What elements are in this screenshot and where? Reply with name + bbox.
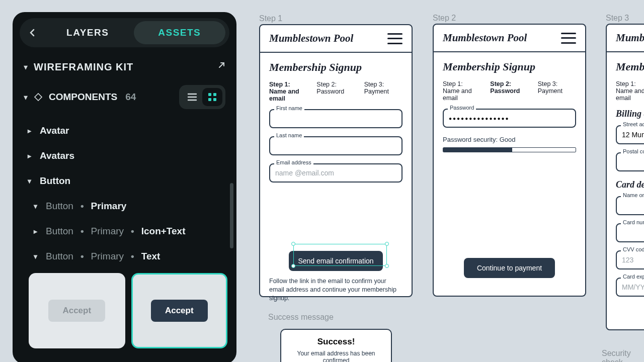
input-street[interactable] <box>616 125 644 144</box>
input-expiry[interactable] <box>616 278 644 297</box>
mock-header: Mumblestown Pool <box>434 25 585 52</box>
tree-item-label: Primary <box>91 251 124 262</box>
tree-item-button[interactable]: ▾ Button <box>22 168 227 194</box>
frame-success[interactable]: Success! Your email address has been con… <box>280 329 392 362</box>
svg-rect-4 <box>213 98 216 101</box>
view-toggle <box>179 85 225 109</box>
menu-icon[interactable] <box>561 33 576 44</box>
kit-title: WIREFRAMING KIT <box>34 61 210 73</box>
tree-item-label: Button <box>40 175 70 187</box>
tree-item-button-text[interactable]: ▾ Button • Primary • Text <box>22 244 227 269</box>
mock-title: Mumblestown Pool <box>269 32 353 45</box>
continue-to-payment-button[interactable]: Continue to payment <box>464 258 555 278</box>
stepper: Step 1: Name and email Step 2: Password … <box>269 81 403 102</box>
variant-grid: Accept Accept <box>13 269 236 348</box>
tree-item-label: Button <box>46 201 73 212</box>
field-password: Password <box>443 109 576 128</box>
svg-rect-1 <box>208 93 211 96</box>
component-icon <box>34 93 43 102</box>
stepper: Step 1: Name and email Step 2: Password … <box>443 80 576 102</box>
password-strength-fill <box>443 148 512 152</box>
stepper-step-2: Step 2: Password <box>490 80 528 102</box>
components-row[interactable]: ▾ COMPONENTS 64 <box>13 78 236 113</box>
frame-label-step1[interactable]: Step 1 <box>259 14 282 23</box>
components-count: 64 <box>125 92 136 103</box>
stepper-step-1: Step 1: Name and email <box>269 81 307 102</box>
components-label: COMPONENTS <box>49 92 117 103</box>
variant-card-disabled[interactable]: Accept <box>29 273 125 348</box>
field-card-number: Card number <box>616 223 644 242</box>
success-body: Your email address has been confirmed <box>289 350 383 362</box>
input-name-on-card[interactable] <box>616 196 644 215</box>
input-password[interactable] <box>443 109 576 128</box>
chevron-down-icon: ▾ <box>24 93 28 102</box>
field-first-name: First name <box>269 109 403 128</box>
mock-title: Mumblestown Pool <box>616 32 644 44</box>
stepper: Step 1: Name and email Step 2: Password … <box>616 80 644 102</box>
chevron-down-icon: ▾ <box>34 252 41 260</box>
frame-label-step3[interactable]: Step 3 <box>606 14 629 23</box>
tree-item-avatar[interactable]: ▸ Avatar <box>22 118 227 143</box>
tab-layers[interactable]: LAYERS <box>42 21 134 44</box>
input-email[interactable] <box>269 163 403 183</box>
field-postal: Postal code <box>616 152 644 171</box>
field-street: Street address <box>616 125 644 144</box>
tab-assets[interactable]: ASSETS <box>134 21 226 44</box>
page-heading: Membership Signup <box>443 60 576 73</box>
tree-item-label: Button <box>46 226 73 237</box>
tree-item-label: Primary <box>91 201 127 212</box>
helper-text: Follow the link in the email to confirm … <box>269 277 403 303</box>
chevron-right-icon: ▸ <box>28 152 35 160</box>
stepper-step-1: Step 1: Name and email <box>616 80 644 102</box>
kit-row[interactable]: ▾ WIREFRAMING KIT <box>13 52 236 78</box>
label-card-number: Card number <box>621 219 644 225</box>
scrollbar[interactable] <box>230 183 233 248</box>
tree-item-label: Icon+Text <box>141 226 186 237</box>
variant-button-primary: Accept <box>151 300 208 322</box>
tree-item-label: Avatars <box>40 150 74 161</box>
svg-rect-0 <box>35 94 42 101</box>
stepper-step-3: Step 3: Payment <box>364 81 403 102</box>
menu-icon[interactable] <box>387 33 403 44</box>
view-list-button[interactable] <box>182 88 202 106</box>
label-name-on-card: Name on card <box>621 192 644 198</box>
input-cvv[interactable] <box>616 250 644 269</box>
popout-icon[interactable] <box>216 61 225 73</box>
field-email: Email address <box>269 163 403 183</box>
back-button[interactable] <box>24 24 42 42</box>
frame-label-success[interactable]: Success message <box>268 313 334 322</box>
tree-item-label: Text <box>141 251 160 262</box>
view-grid-button[interactable] <box>202 88 222 106</box>
input-last-name[interactable] <box>269 136 403 155</box>
label-last-name: Last name <box>274 132 304 138</box>
tree-item-button-primary[interactable]: ▾ Button • Primary <box>22 194 227 219</box>
frame-label-security[interactable]: Security check <box>602 349 644 362</box>
tree-item-button-icon-text[interactable]: ▸ Button • Primary • Icon+Text <box>22 219 227 244</box>
panel-tabbar: LAYERS ASSETS <box>20 18 229 47</box>
frame-label-step2[interactable]: Step 2 <box>433 14 456 23</box>
input-postal[interactable] <box>616 152 644 171</box>
input-card-number[interactable] <box>616 223 644 242</box>
frame-step1[interactable]: Mumblestown Pool Membership Signup Step … <box>259 24 413 297</box>
field-cvv: CVV code <box>616 250 644 269</box>
tree-item-label: Button <box>46 251 73 262</box>
label-postal: Postal code <box>621 148 644 154</box>
chevron-left-icon <box>29 29 37 37</box>
label-cvv: CVV code <box>621 246 644 252</box>
password-strength-label: Password security: Good <box>443 136 576 143</box>
tree-item-label: Avatar <box>40 125 69 136</box>
frame-step2[interactable]: Mumblestown Pool Membership Signup Step … <box>433 24 586 297</box>
label-expiry: Card expiry date <box>621 274 644 280</box>
chevron-right-icon: ▸ <box>28 127 35 135</box>
frame-step3[interactable]: Mumblestown Pool Membership Signup Step … <box>606 24 644 330</box>
variant-card-primary[interactable]: Accept <box>131 273 228 348</box>
input-first-name[interactable] <box>269 109 403 128</box>
component-tree: ▸ Avatar ▸ Avatars ▾ Button ▾ Button • P… <box>13 113 236 269</box>
page-heading: Membership Signup <box>269 61 403 74</box>
page-heading: Membership Signup <box>616 60 644 73</box>
list-icon <box>187 93 197 101</box>
send-confirmation-button[interactable]: Send email confirmation <box>289 251 382 271</box>
tree-item-avatars[interactable]: ▸ Avatars <box>22 143 227 168</box>
chevron-down-icon: ▾ <box>34 202 41 210</box>
field-expiry: Card expiry date <box>616 278 644 297</box>
